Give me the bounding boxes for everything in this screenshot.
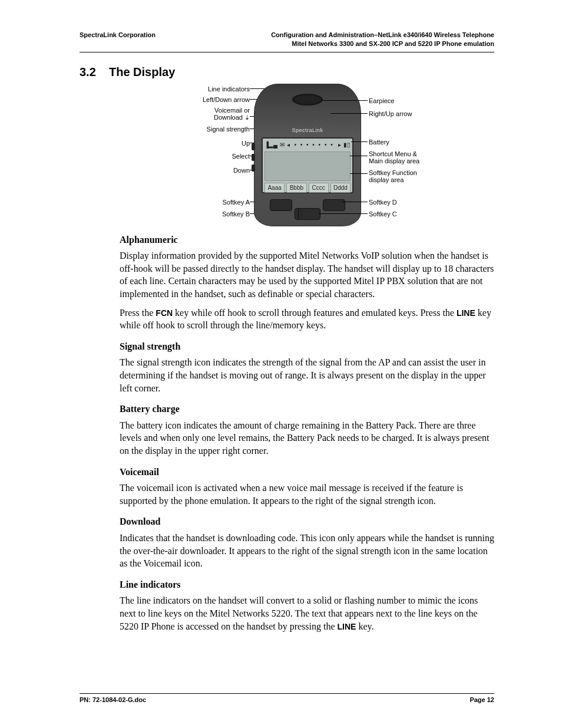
mail-icon: ✉ <box>280 141 285 149</box>
softkey-label-d: Dddd <box>330 183 351 193</box>
para-voicemail: The voicemail icon is activated when a n… <box>120 482 494 507</box>
label-battery: Battery <box>369 138 389 147</box>
key-line-2: LINE <box>338 622 356 631</box>
key-line-1: LINE <box>457 308 475 318</box>
heading-signal: Signal strength <box>120 340 494 353</box>
hardkey-d <box>323 199 345 211</box>
label-line-indicators: Line indicators <box>180 85 250 94</box>
battery-icon: ▮▯ <box>343 141 351 149</box>
section-heading: 3.2The Display <box>80 64 494 80</box>
label-earpiece: Earpiece <box>369 97 394 106</box>
main-display-area <box>265 151 351 181</box>
para-line-indicators: The line indicators on the handset will … <box>120 594 494 633</box>
footer-page: Page 12 <box>470 696 494 704</box>
side-button-up <box>252 143 255 150</box>
device-screen: ▐▂▄ ✉ ◂ • • • • • • • ▸ ▮▯ Aaaa Bbbb Ccc… <box>262 137 353 193</box>
header-left: SpectraLink Corporation <box>80 31 156 39</box>
para-battery: The battery icon indicates the amount of… <box>120 419 494 457</box>
para-download: Indicates that the handset is downloadin… <box>120 532 494 570</box>
label-down: Down <box>180 166 250 175</box>
heading-battery: Battery charge <box>120 403 494 416</box>
download-icon: ⇣ <box>244 114 250 121</box>
para-alphanumeric: Display information provided by the supp… <box>120 249 494 300</box>
label-softkey-b: Softkey B <box>180 210 250 219</box>
hardkey-a <box>270 199 292 211</box>
label-up: Up <box>180 139 250 148</box>
line-indicator-dots: • • • • • • • <box>292 141 336 149</box>
label-signal-strength: Signal strength <box>180 125 250 134</box>
softkey-label-a: Aaaa <box>265 183 285 193</box>
para-signal: The signal strength icon indicates the s… <box>120 356 494 394</box>
header-rule <box>80 52 494 52</box>
left-arrow-icon: ◂ <box>287 141 290 149</box>
device-body: SpectraLink ▐▂▄ ✉ ◂ • • • • • • • ▸ ▮▯ <box>254 84 361 226</box>
label-voicemail-download-b: Download ⇣ <box>180 113 250 122</box>
signal-icon: ▐▂▄ <box>265 141 277 149</box>
side-button-select <box>252 154 255 161</box>
label-left-down-arrow: Left/Down arrow <box>180 95 250 104</box>
footer-rule <box>80 693 494 694</box>
device-brand: SpectraLink <box>292 127 323 134</box>
softkey-row: Aaaa Bbbb Cccc Dddd <box>265 183 351 193</box>
heading-line-indicators: Line indicators <box>120 578 494 591</box>
key-fcn: FCN <box>156 308 173 318</box>
footer-pn: PN: 72-1084-02-G.doc <box>80 696 146 704</box>
label-softkey-a: Softkey A <box>180 198 250 207</box>
softkey-label-b: Bbbb <box>286 183 306 193</box>
section-number: 3.2 <box>80 64 109 80</box>
label-select: Select <box>180 152 250 161</box>
heading-alphanumeric: Alphanumeric <box>120 233 494 246</box>
handset-diagram: Line indicators Left/Down arrow Voicemai… <box>180 84 434 225</box>
header-right-line1: Configuration and Administration–NetLink… <box>271 31 494 39</box>
label-softfn-b: display area <box>369 176 404 185</box>
earpiece-icon <box>292 94 323 106</box>
section-title: The Display <box>109 65 175 78</box>
side-button-down <box>252 164 255 172</box>
label-right-up-arrow: Right/Up arrow <box>369 110 412 118</box>
header-right: Configuration and Administration–NetLink… <box>271 31 494 48</box>
header-right-line2: Mitel Networks 3300 and SX-200 ICP and 5… <box>271 39 494 48</box>
label-shortcut-b: Main display area <box>369 157 419 166</box>
right-arrow-icon: ▸ <box>338 141 341 149</box>
label-softkey-c: Softkey C <box>369 210 397 219</box>
para-press-fcn-line: Press the FCN key while off hook to scro… <box>120 307 494 332</box>
label-softkey-d: Softkey D <box>369 198 397 207</box>
softkey-label-c: Cccc <box>309 183 329 193</box>
heading-voicemail: Voicemail <box>120 466 494 479</box>
heading-download: Download <box>120 515 494 528</box>
hardkey-c <box>298 208 320 220</box>
